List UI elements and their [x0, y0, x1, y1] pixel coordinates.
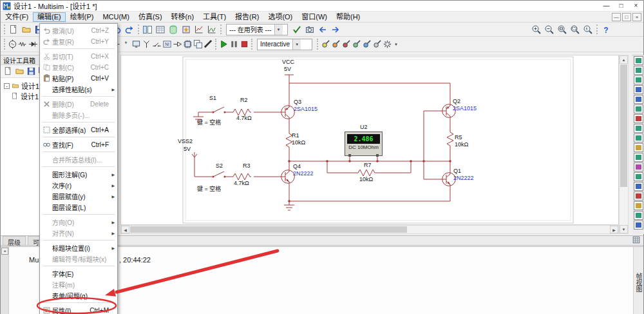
mcu-button[interactable]	[182, 38, 193, 51]
strip-right-grid-icon[interactable]	[632, 235, 643, 245]
menubar-item-options[interactable]: 选项(O)	[263, 12, 297, 22]
menubar-item-file[interactable]: 文件(F)	[1, 12, 33, 22]
back-annotate-button[interactable]	[316, 23, 329, 36]
basic-button[interactable]	[17, 38, 28, 51]
menu-item-font[interactable]: 字体(E)	[40, 268, 117, 279]
stop-button[interactable]	[239, 38, 249, 51]
horizontal-scroll-thumb[interactable]	[130, 226, 407, 233]
spreadsheet-close-button[interactable]: ×	[1, 248, 8, 255]
mdi-minimize-button[interactable]: —	[612, 13, 621, 21]
menu-item-find[interactable]: 查找(F)Ctrl+F	[40, 139, 117, 150]
menu-item-graphic-annotation[interactable]: 图形注解(G)▶	[40, 169, 117, 180]
interactive-label-combo[interactable]: Interactive▼	[257, 39, 312, 50]
menubar-item-transfer[interactable]: 转移(n)	[167, 12, 198, 22]
zoom-fit-button[interactable]	[569, 23, 582, 36]
menu-item-select-all[interactable]: 全部选择(a)Ctrl+A	[40, 124, 117, 135]
digital-probe-button[interactable]	[361, 38, 372, 51]
misc-button[interactable]: *	[120, 38, 131, 51]
gear-button[interactable]	[382, 38, 392, 51]
grapher-button[interactable]	[193, 23, 205, 36]
menubar-item-help[interactable]: 帮助(H)	[332, 12, 365, 22]
logic-analyzer-instrument-button[interactable]	[634, 143, 643, 152]
schematic-canvas[interactable]: 2.486 DC 10MOhm VCC5VS1R24.7kΩQ32SA1015键…	[120, 55, 619, 225]
agilent-oscilloscope-instrument-button[interactable]	[634, 211, 643, 220]
menu-item-paste-special[interactable]: 选择性粘贴(s)▶	[40, 84, 117, 95]
canvas-vertical-scrollbar[interactable]: ▲ ▼	[619, 55, 629, 234]
close-button[interactable]: ×	[629, 1, 643, 11]
wires[interactable]	[192, 75, 453, 210]
scroll-right-icon[interactable]: ▶	[610, 226, 618, 233]
new-button[interactable]	[2, 66, 14, 77]
scroll-left-icon[interactable]: ◀	[121, 226, 129, 233]
menubar-item-place[interactable]: 绘制(P)	[66, 12, 99, 22]
menubar-item-reports[interactable]: 报告(R)	[231, 12, 263, 22]
bus-button[interactable]	[203, 38, 213, 51]
agilent-function-generator-instrument-button[interactable]	[634, 191, 643, 201]
scroll-up-icon[interactable]: ▲	[620, 55, 628, 64]
design-toolbox-button[interactable]	[141, 23, 154, 36]
tektronix-oscilloscope-instrument-button[interactable]	[634, 221, 643, 230]
maximize-button[interactable]: □	[614, 1, 629, 11]
frequency-counter-instrument-button[interactable]	[634, 114, 643, 123]
source-button[interactable]	[7, 38, 17, 51]
menu-item-layer-assignment[interactable]: 图层赋值(y)▶	[40, 191, 117, 202]
tree-expander-icon[interactable]: -	[4, 83, 10, 89]
minimize-button[interactable]: —	[599, 1, 614, 11]
four-channel-oscilloscope-instrument-button[interactable]	[634, 95, 643, 104]
spectrum-analyzer-instrument-button[interactable]	[634, 172, 643, 181]
power-probe-button[interactable]	[341, 38, 351, 51]
canvas-horizontal-scrollbar[interactable]: ◀ ▶	[120, 225, 619, 234]
run-button[interactable]	[218, 38, 229, 51]
bottom-right-vertical-tab[interactable]: 帧视图	[634, 273, 643, 314]
distortion-analyzer-instrument-button[interactable]	[634, 162, 643, 172]
electrical-rules-button[interactable]	[290, 23, 303, 36]
probe-settings-button[interactable]	[372, 38, 382, 51]
logic-converter-instrument-button[interactable]	[634, 133, 643, 142]
new-button[interactable]	[7, 23, 20, 36]
hierarchical-block-button[interactable]	[193, 38, 203, 51]
connector-button[interactable]	[172, 38, 182, 51]
open-button[interactable]	[14, 66, 25, 77]
zoom-in-button[interactable]	[530, 23, 543, 36]
database-manager-button[interactable]	[167, 23, 180, 36]
zoom-full-button[interactable]	[582, 23, 594, 36]
network-analyzer-instrument-button[interactable]	[634, 182, 643, 191]
redo-button[interactable]	[123, 23, 136, 36]
menubar-item-window[interactable]: 窗口(W)	[297, 12, 332, 22]
menu-item-forms-questions[interactable]: 表单/问题(q)	[40, 290, 117, 301]
iv-analyzer-instrument-button[interactable]	[634, 153, 643, 162]
menu-item-title-block-position[interactable]: 标题块位置(i)▶	[40, 242, 117, 253]
function-generator-instrument-button[interactable]	[634, 66, 643, 75]
ni-component-button[interactable]: NI	[162, 38, 172, 51]
analysis-button[interactable]	[205, 23, 218, 36]
menubar-item-tools[interactable]: 工具(T)	[198, 12, 231, 22]
in-use-list-combo[interactable]: --- 在用列表 ---▼	[226, 24, 288, 35]
diode-button[interactable]	[28, 38, 38, 51]
multimeter-instrument-button[interactable]	[634, 56, 643, 65]
zoom-out-button[interactable]	[543, 23, 556, 36]
word-generator-instrument-button[interactable]	[634, 124, 643, 133]
menubar-item-mcu[interactable]: MCU(M)	[98, 12, 134, 22]
oscilloscope-instrument-button[interactable]	[634, 85, 643, 94]
mdi-restore-button[interactable]: □	[622, 13, 631, 21]
capture-area-button[interactable]	[303, 23, 316, 36]
menubar-item-simulate[interactable]: 仿真(S)	[134, 12, 167, 22]
zoom-window-button[interactable]	[556, 23, 569, 36]
wattmeter-instrument-button[interactable]	[634, 75, 643, 84]
menu-item-paste[interactable]: 粘贴(P)Ctrl+V	[40, 73, 117, 84]
open-button[interactable]	[20, 23, 33, 36]
save-button[interactable]	[25, 66, 37, 77]
rf-button[interactable]	[141, 38, 151, 51]
component-wizard-button[interactable]	[180, 23, 193, 36]
menubar-item-edit[interactable]: 编辑(E)	[33, 12, 66, 22]
electromechanical-button[interactable]	[151, 38, 162, 51]
mdi-close-button[interactable]: ×	[632, 13, 641, 21]
menu-item-properties[interactable]: 属性(I)Ctrl+M	[40, 305, 117, 314]
differential-probe-button[interactable]	[351, 38, 361, 51]
bode-plotter-instrument-button[interactable]	[634, 104, 643, 113]
forward-annotate-button[interactable]	[329, 23, 342, 36]
agilent-multimeter-instrument-button[interactable]	[634, 201, 643, 210]
advanced-peripherals-button[interactable]	[131, 38, 141, 51]
dropdown-arrow-icon[interactable]: ▼	[392, 43, 400, 46]
multimeter-u2[interactable]: 2.486 DC 10MOhm	[345, 132, 383, 156]
